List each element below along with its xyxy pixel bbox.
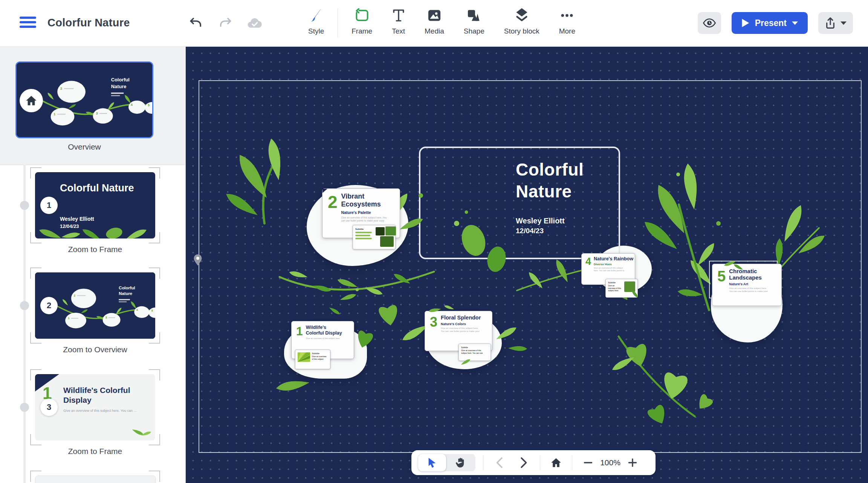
topic-title: Floral Splendor [441, 315, 481, 321]
overview-thumbnail[interactable] [15, 61, 153, 138]
next-step-button[interactable] [516, 454, 532, 471]
home-icon [26, 95, 37, 106]
tool-frame[interactable]: Frame [342, 7, 382, 35]
thumb-leaves [35, 216, 155, 238]
share-upload-icon [825, 17, 836, 29]
pan-tool-button[interactable] [446, 454, 474, 471]
thumb-deck-title: Colorful Nature [60, 182, 139, 194]
slide-item-3: 1 Wildlife's Colorful Display Give an ov… [35, 374, 155, 440]
deck-author: Wesley Elliott [516, 217, 565, 225]
share-caret-icon [840, 21, 847, 25]
topic-title: Wildlife's Colorful Display [306, 325, 344, 336]
hand-icon [455, 457, 465, 468]
previous-step-button[interactable] [491, 454, 507, 471]
cursor-icon [427, 457, 437, 468]
tool-label: More [559, 27, 575, 35]
zoom-in-button[interactable] [624, 454, 641, 471]
subcard-label: Subtitle [461, 346, 488, 348]
slide-4-thumbnail[interactable] [35, 475, 156, 483]
text-icon [392, 7, 405, 23]
eye-icon [703, 18, 716, 28]
prezi-editor: 2 1 3 4 5 Colorful Nature Colorfur Natur… [0, 0, 868, 483]
deck-date: 12/04/23 [516, 227, 544, 235]
chevron-left-icon [495, 457, 503, 468]
deck-title: Colorful Nature [516, 159, 604, 202]
list-bar [355, 235, 370, 236]
canvas-toolbar: 100% [411, 450, 656, 475]
topic-number: 5 [717, 269, 726, 302]
subcard-body: Give an overview of this subject here. Y… [461, 349, 487, 354]
tool-label: Shape [464, 27, 484, 35]
tool-story-block[interactable]: Story block [494, 7, 549, 35]
topic-title: Nature's Rainbow [594, 256, 633, 261]
leaf-fan-photo [298, 352, 310, 362]
subcard-label: Subtitle [355, 228, 373, 230]
topic-body: Give an overview of this subject here. Y… [441, 327, 480, 333]
top-right-actions: Present [698, 12, 853, 34]
slide-drag-handle[interactable] [20, 301, 29, 310]
tool-text[interactable]: Text [382, 7, 415, 35]
tool-label: Text [392, 27, 405, 35]
toolbar-divider [540, 455, 540, 470]
topic-subtitle: Nature's Palette [341, 210, 387, 215]
plant-photo [380, 236, 394, 247]
topic-card-5[interactable]: 5 Chromatic Landscapes Nature's Art Give… [712, 264, 782, 306]
slide-item-2: 2 [35, 272, 155, 339]
tool-label: Frame [351, 27, 372, 35]
story-block-icon [515, 7, 529, 23]
presentation-canvas[interactable]: Colorful Nature Wesley Elliott 12/04/23 … [185, 46, 868, 483]
card-notch [322, 189, 327, 193]
topic-subcard-4[interactable]: Subtitle Give an overview of this subjec… [605, 279, 638, 298]
overview-home-button[interactable] [548, 454, 564, 471]
topic-number: 3 [430, 316, 437, 347]
foliage-photo [624, 281, 635, 292]
location-pin-icon [193, 254, 202, 266]
zoom-out-button[interactable] [580, 454, 596, 471]
minus-icon [584, 458, 593, 467]
topic-body: Give an overview of this subject here. Y… [341, 216, 387, 223]
present-button[interactable]: Present [732, 12, 808, 34]
tool-style[interactable]: Style [298, 7, 334, 35]
subcard-body: Give an overview of this subject here. Y… [608, 284, 622, 292]
frame-icon [355, 7, 369, 23]
topic-subtitle: Nature's Art [729, 282, 770, 286]
topic-subtitle: Diverse Hues [594, 263, 633, 266]
topic-subtitle: Nature's Colors [441, 322, 481, 326]
overview-section: Overview [0, 46, 185, 165]
preview-button[interactable] [698, 12, 721, 34]
tool-label: Media [425, 27, 444, 35]
plant-photo [376, 227, 385, 235]
more-dots-icon [560, 7, 574, 23]
share-button[interactable] [818, 12, 853, 34]
tool-media[interactable]: Media [415, 7, 454, 35]
tool-shape[interactable]: Shape [454, 7, 494, 35]
undo-icon[interactable] [188, 14, 204, 31]
cloud-saved-icon[interactable] [246, 14, 263, 31]
topic-subcard-1[interactable]: Subtitle Give an overview of this subjec… [295, 350, 330, 369]
media-image-icon [427, 7, 442, 23]
topic-placeholder-text: Give an overview of this subject here. Y… [63, 409, 139, 413]
topic-body: Give an overview of this subject here. Y… [729, 287, 770, 293]
toolbar-divider [483, 455, 483, 470]
slide-drag-handle[interactable] [20, 403, 29, 412]
toolbar-divider [338, 8, 338, 38]
slide-item-4-partial [35, 475, 155, 483]
slide-drag-handle[interactable] [20, 201, 29, 210]
topic-subcard-3[interactable]: Subtitle Give an overview of this subjec… [458, 344, 491, 361]
home-icon [551, 458, 561, 468]
topic-subcard-2[interactable]: Subtitle [353, 225, 396, 249]
menu-icon[interactable] [20, 17, 36, 30]
thumb-leaf [127, 424, 153, 439]
topic-number: 2 [328, 194, 338, 234]
plant-photo [385, 226, 396, 235]
tool-more[interactable]: More [549, 7, 585, 35]
redo-icon[interactable] [217, 14, 234, 31]
slide-number-badge: 3 [40, 399, 58, 416]
topic-title: Wildlife's Colorful Display [63, 385, 144, 405]
slides-timeline [23, 165, 26, 483]
plus-icon [628, 458, 637, 467]
insert-toolbar: Style Frame Text Media [298, 7, 585, 38]
select-tool-button[interactable] [418, 454, 446, 471]
shape-icon [467, 7, 481, 23]
chevron-right-icon [520, 457, 528, 468]
